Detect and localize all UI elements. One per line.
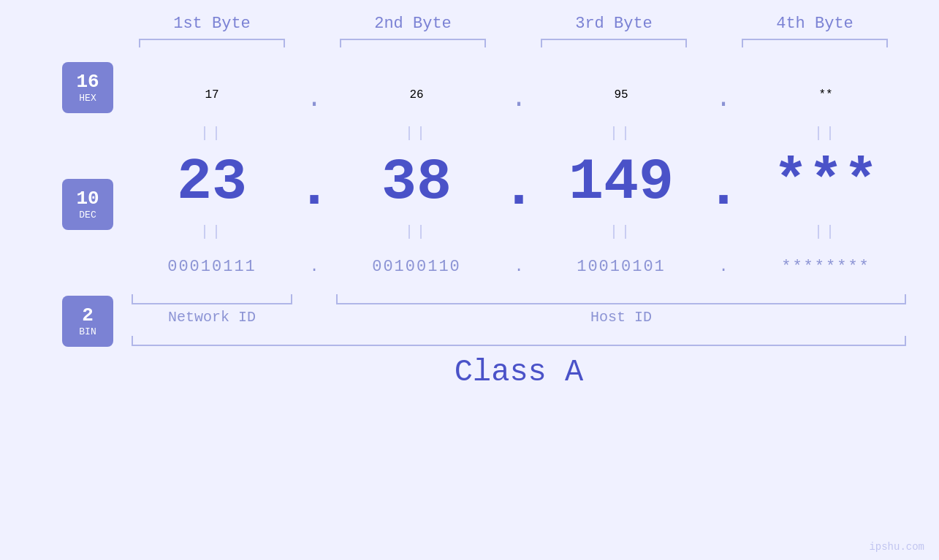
host-id-label: Host ID: [336, 309, 906, 326]
dec-badge-num: 10: [76, 188, 99, 210]
bin-dot2: .: [497, 258, 541, 276]
byte3-header: 3rd Byte: [533, 15, 694, 33]
dec-dot2: .: [497, 144, 541, 221]
dec-v1: 23: [132, 153, 292, 212]
hex-badge-label: HEX: [79, 93, 96, 104]
hex-dot3: .: [702, 77, 745, 114]
bin-v3: 10010101: [541, 258, 702, 276]
hex-dot2: .: [497, 77, 541, 114]
hex-v4: **: [745, 88, 906, 101]
bin-badge: 2 BIN: [62, 296, 113, 347]
equals-row2: || || || ||: [132, 219, 935, 245]
top-bracket-2: [340, 39, 486, 47]
eq2-4: ||: [745, 223, 906, 240]
class-label: Class A: [132, 355, 906, 390]
bracket-gap: [292, 294, 336, 304]
dec-v4: ***: [745, 153, 906, 212]
byte4-header: 4th Byte: [734, 15, 895, 33]
hex-dot1: .: [292, 77, 336, 114]
hex-v1: 17: [132, 88, 292, 101]
byte2-header: 2nd Byte: [332, 15, 493, 33]
hex-badge: 16 HEX: [62, 62, 113, 113]
grid-right: 17 . 26 . 95 . ** || || || || 23: [132, 69, 935, 390]
eq1-2: ||: [336, 125, 497, 142]
top-brackets: [112, 39, 916, 47]
eq1-3: ||: [541, 125, 702, 142]
dec-v2: 38: [336, 153, 497, 212]
hex-row: 17 . 26 . 95 . **: [132, 69, 935, 120]
main-grid: 16 HEX 10 DEC 2 BIN 17 . 26 . 95 . **: [29, 69, 939, 390]
hex-v3: 95: [541, 88, 702, 101]
top-bracket-4: [742, 39, 888, 47]
dec-badge-label: DEC: [79, 210, 96, 220]
bin-v4: ********: [745, 258, 906, 276]
eq1-1: ||: [132, 125, 292, 142]
top-bracket-1: [139, 39, 285, 47]
top-bracket-3: [541, 39, 687, 47]
bin-row: 00010111 . 00100110 . 10010101 . *******…: [132, 245, 935, 288]
hex-badge-num: 16: [76, 72, 99, 93]
main-container: 1st Byte 2nd Byte 3rd Byte 4th Byte 16 H…: [0, 0, 939, 560]
host-bracket: [336, 294, 906, 304]
left-badges: 16 HEX 10 DEC 2 BIN: [29, 62, 132, 390]
bottom-bracket-row: [132, 294, 906, 304]
dec-dot3: .: [702, 144, 745, 221]
watermark: ipshu.com: [869, 541, 924, 553]
network-id-label: Network ID: [132, 309, 292, 326]
big-bottom-bracket: [132, 336, 906, 346]
eq2-3: ||: [541, 223, 702, 240]
bin-badge-num: 2: [82, 305, 94, 326]
byte-headers: 1st Byte 2nd Byte 3rd Byte 4th Byte: [112, 15, 916, 33]
bin-dot1: .: [292, 258, 336, 276]
eq2-2: ||: [336, 223, 497, 240]
dec-badge: 10 DEC: [62, 179, 113, 230]
bin-v2: 00100110: [336, 258, 497, 276]
dec-row: 23 . 38 . 149 . ***: [132, 146, 935, 219]
bin-dot3: .: [702, 258, 745, 276]
eq1-4: ||: [745, 125, 906, 142]
bin-v1: 00010111: [132, 258, 292, 276]
eq2-1: ||: [132, 223, 292, 240]
labels-gap: [292, 309, 336, 326]
equals-row1: || || || ||: [132, 120, 935, 146]
id-labels-row: Network ID Host ID: [132, 309, 906, 326]
network-bracket: [132, 294, 292, 304]
dec-v3: 149: [541, 153, 702, 212]
bin-badge-label: BIN: [79, 326, 96, 337]
dec-dot1: .: [292, 144, 336, 221]
byte1-header: 1st Byte: [132, 15, 292, 33]
hex-v2: 26: [336, 88, 497, 101]
